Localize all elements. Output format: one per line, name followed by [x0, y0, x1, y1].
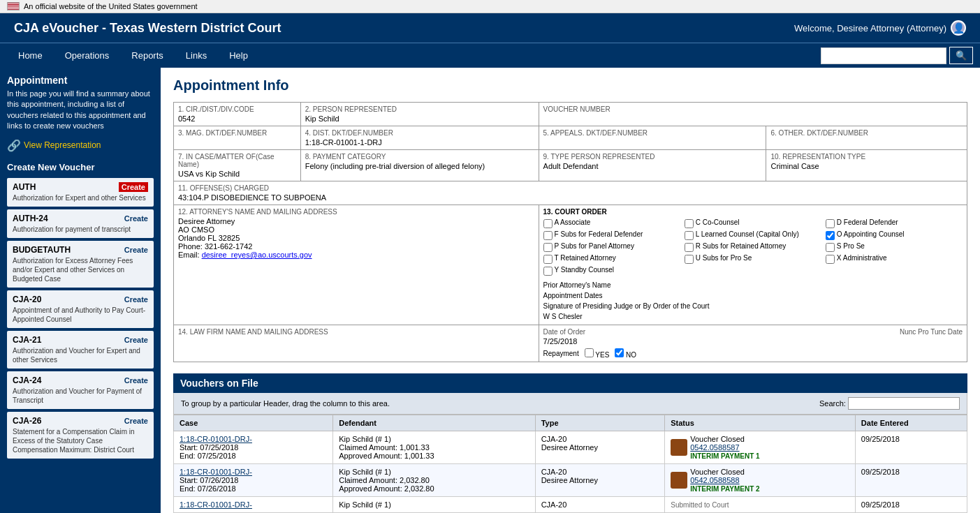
court-order-checkbox[interactable] — [543, 267, 553, 276]
case-link[interactable]: 1:18-CR-01001-DRJ- — [180, 500, 252, 509]
app-title: CJA eVoucher - Texas Western District Co… — [14, 21, 281, 36]
court-order-checkbox-label: A Associate — [555, 218, 591, 226]
court-order-checkbox[interactable] — [826, 243, 835, 252]
user-info: Welcome, Desiree Attorney (Attorney) 👤 — [794, 20, 966, 36]
status-icon — [671, 472, 687, 489]
status-link[interactable]: 0542.0588587 — [690, 443, 739, 452]
case-link[interactable]: 1:18-CR-01001-DRJ- — [180, 468, 252, 476]
court-order-checkbox[interactable] — [543, 243, 553, 252]
repayment-yes-checkbox[interactable] — [585, 348, 594, 357]
status-link[interactable]: 0542.0588588 — [690, 476, 739, 484]
cell-type: CJA-20 Desiree Attorney — [535, 431, 665, 464]
court-order-checkbox-item: C Co-Counsel — [685, 218, 821, 228]
create-voucher-link[interactable]: Create — [119, 182, 148, 192]
vouchers-header: Vouchers on File — [173, 373, 967, 393]
court-order-checkbox-item: T Retained Attorney — [543, 254, 680, 264]
case-link[interactable]: 1:18-CR-01001-DRJ- — [180, 435, 252, 443]
date-order-label: Date of Order 7/25/2018 — [543, 328, 586, 345]
court-order-checkbox-item: R Subs for Retained Attorney — [685, 242, 821, 252]
nav-links[interactable]: Links — [175, 43, 218, 68]
voucher-type-name: CJA-21 — [13, 335, 41, 345]
voucher-type-name: CJA-20 — [13, 295, 41, 304]
court-order-checkbox-item: U Subs for Pro Se — [685, 254, 821, 264]
link-icon: 🔗 — [7, 139, 21, 152]
court-order-checkbox[interactable] — [543, 219, 553, 228]
court-order-checkbox-label: U Subs for Pro Se — [696, 254, 752, 262]
repayment-no-checkbox[interactable] — [615, 348, 624, 357]
cell-type: CJA-20 — [535, 497, 665, 513]
attorney-phone: Phone: 321-662-1742 — [178, 242, 534, 251]
cell-status: Voucher Closed 0542.0588588 INTERIM PAYM… — [665, 464, 856, 497]
view-representation-link[interactable]: 🔗 View Representation — [7, 139, 154, 152]
court-order-checkbox-item: Y Standby Counsel — [543, 266, 680, 276]
cell-date: 09/25/2018 — [855, 497, 967, 513]
court-order-checkbox[interactable] — [685, 255, 694, 264]
nav-help[interactable]: Help — [218, 43, 259, 68]
us-flag-icon — [7, 2, 20, 10]
repayment-row: Repayment YES NO — [543, 348, 963, 359]
status-icon — [671, 439, 687, 456]
status-badge: Voucher Closed 0542.0588587 INTERIM PAYM… — [671, 435, 759, 460]
create-voucher-link[interactable]: Create — [124, 246, 148, 254]
status-text: Voucher Closed — [690, 435, 759, 443]
field-val-reptype: Criminal Case — [770, 162, 819, 170]
status-badge: Voucher Closed 0542.0588588 INTERIM PAYM… — [671, 468, 759, 493]
field-val-cir: 0542 — [178, 114, 195, 123]
field-val-dist: 1:18-CR-01001-1-DRJ — [305, 138, 382, 147]
main-content: Appointment Info 1. CIR./DIST./DIV.CODE … — [161, 68, 980, 513]
table-row: 1:18-CR-01001-DRJ- Start: 07/26/2018End:… — [174, 464, 967, 497]
status-text: Submitted to Court — [671, 501, 729, 509]
court-order-checkbox[interactable] — [826, 231, 835, 240]
court-order-checkbox-item: O Appointing Counsel — [826, 230, 963, 240]
cell-case: 1:18-CR-01001-DRJ- — [174, 497, 333, 513]
attorney-email-link[interactable]: desiree_reyes@ao.uscourts.gov — [202, 251, 312, 259]
court-order-checkbox-item: X Administrative — [826, 254, 963, 264]
nav-operations[interactable]: Operations — [54, 43, 121, 68]
create-voucher-link[interactable]: Create — [124, 417, 148, 425]
cell-date: 09/25/2018 — [855, 464, 967, 497]
appointment-info-table: 1. CIR./DIST./DIV.CODE 0542 2. PERSON RE… — [173, 102, 967, 362]
court-order-checkbox[interactable] — [685, 231, 694, 240]
create-voucher-link[interactable]: Create — [124, 336, 148, 344]
nav-home[interactable]: Home — [7, 43, 54, 68]
col-defendant: Defendant — [333, 415, 535, 431]
field-label-other: 6. OTHER. DKT/DEF.NUMBER — [770, 129, 963, 137]
cell-type: CJA-20 Desiree Attorney — [535, 464, 665, 497]
search-button[interactable]: 🔍 — [949, 47, 973, 64]
nav-links: Home Operations Reports Links Help — [7, 43, 259, 68]
table-row: 1:18-CR-01001-DRJ- Kip Schild (# 1) CJA-… — [174, 497, 967, 513]
cell-case: 1:18-CR-01001-DRJ- Start: 07/25/2018End:… — [174, 431, 333, 464]
create-voucher-link[interactable]: Create — [124, 295, 148, 304]
voucher-type-name: AUTH-24 — [13, 214, 48, 223]
field-label-cir: 1. CIR./DIST./DIV.CODE — [178, 105, 296, 113]
field-label-mag: 3. MAG. DKT/DEF.NUMBER — [178, 129, 296, 137]
welcome-text: Welcome, Desiree Attorney (Attorney) — [794, 23, 946, 34]
court-order-checkbox[interactable] — [685, 243, 694, 252]
court-order-checkbox-label: P Subs for Panel Attorney — [555, 242, 634, 250]
cell-case: 1:18-CR-01001-DRJ- Start: 07/26/2018End:… — [174, 464, 333, 497]
field-val-person: Kip Schild — [305, 114, 339, 123]
vouchers-search-input[interactable] — [848, 397, 960, 410]
court-order-checkbox[interactable] — [543, 255, 553, 264]
court-order-checkbox[interactable] — [543, 231, 553, 240]
court-order-checkbox[interactable] — [826, 219, 835, 228]
search-input[interactable] — [821, 47, 946, 64]
col-status: Status — [665, 415, 856, 431]
voucher-type-name: BUDGETAUTH — [13, 245, 71, 255]
court-order-checkbox[interactable] — [685, 219, 694, 228]
cell-date: 09/25/2018 — [855, 431, 967, 464]
nav-reports[interactable]: Reports — [120, 43, 175, 68]
prior-info: Prior Attorney's Name Appointment Dates … — [543, 280, 963, 322]
court-order-checkbox-label: D Federal Defender — [837, 218, 898, 226]
col-type: Type — [535, 415, 665, 431]
voucher-type-desc: Authorization and Voucher for Expert and… — [13, 346, 148, 364]
prior-attorney-label: Prior Attorney's Name — [543, 280, 963, 290]
user-avatar-icon: 👤 — [951, 20, 966, 36]
sidebar-description: In this page you will find a summary abo… — [7, 89, 154, 132]
court-order-checkbox-item: L Learned Counsel (Capital Only) — [685, 230, 821, 240]
create-voucher-link[interactable]: Create — [124, 376, 148, 385]
voucher-type-desc: Authorization for Expert and other Servi… — [13, 193, 148, 202]
court-order-checkbox[interactable] — [826, 255, 835, 264]
create-voucher-link[interactable]: Create — [124, 214, 148, 223]
court-order-checkbox-label: O Appointing Counsel — [837, 230, 905, 238]
